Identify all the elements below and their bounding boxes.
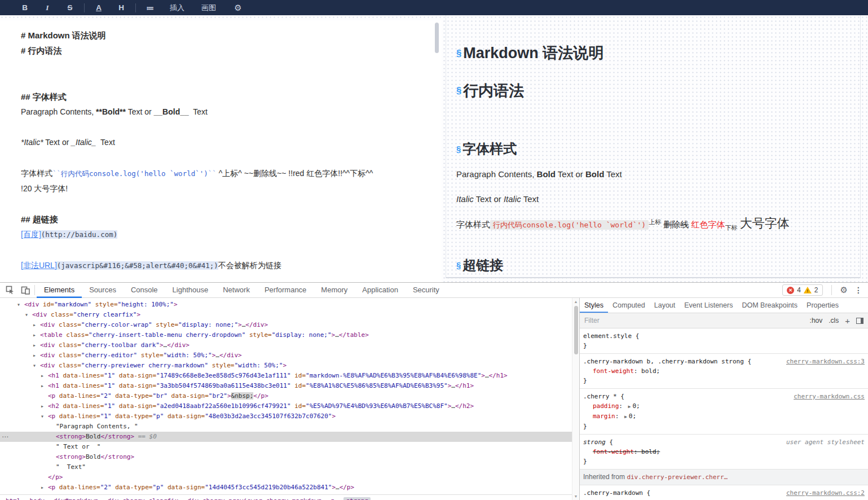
expand-arrow-icon[interactable]: ▾ [33, 361, 40, 371]
element-classes-toggle[interactable]: .cls [829, 317, 839, 324]
tree-row[interactable]: <strong>Bold</strong> [0, 452, 579, 462]
draw-menu-button[interactable]: 画图 [193, 3, 224, 13]
tree-row[interactable]: ⋯<strong>Bold</strong> == $0 [0, 432, 579, 442]
tab-application[interactable]: Application [355, 283, 406, 298]
breadcrumb-item[interactable]: p [331, 497, 335, 500]
pseudo-state-toggle[interactable]: :hov [810, 317, 823, 324]
expand-arrow-icon[interactable]: ▸ [41, 381, 48, 391]
tree-row[interactable]: ▸<div class="cherry-color-wrap" style="d… [0, 320, 579, 330]
tree-row[interactable]: ▸<table class="cherry-insert-table-menu … [0, 330, 579, 340]
stylesheet-link[interactable]: user agent stylesheet [782, 437, 865, 447]
styles-tab-dom-breakpoints[interactable]: DOM Breakpoints [737, 298, 802, 313]
tab-console[interactable]: Console [124, 283, 165, 298]
breadcrumb-item[interactable]: html [6, 497, 21, 500]
css-property[interactable]: word-break: break-all; [583, 498, 865, 500]
breadcrumb-item[interactable]: div.cherry.clearfix [107, 497, 178, 500]
styles-filter-input[interactable] [584, 317, 804, 324]
styles-tab-computed[interactable]: Computed [608, 298, 650, 313]
tree-row[interactable]: <p data-lines="2" data-type="br" data-si… [0, 391, 579, 401]
tree-row[interactable]: " Text" [0, 462, 579, 472]
breadcrumb-item[interactable]: div.cherry-previewer.cherry-markdown [187, 497, 321, 500]
css-property[interactable]: margin: ▶0; [583, 411, 865, 422]
tab-security[interactable]: Security [406, 283, 447, 298]
stylesheet-link[interactable]: cherry-markdown.css [789, 392, 865, 401]
styles-tab-properties[interactable]: Properties [802, 298, 843, 313]
inherited-node-link[interactable]: div.cherry-previewer.cherr… [627, 473, 728, 481]
console-status-badge[interactable]: ✕ 4 ! 2 [782, 284, 822, 296]
tree-row[interactable]: ▾<p data-lines="1" data-type="p" data-si… [0, 411, 579, 422]
list-icon[interactable]: ≔ [139, 3, 161, 12]
expand-arrow-icon[interactable]: ▾ [41, 411, 48, 422]
css-property[interactable]: font-weight: bold; [583, 366, 865, 376]
tree-row[interactable]: ▾<div class="cherry-previewer cherry-mar… [0, 361, 579, 371]
editor-content[interactable]: # Markdown 语法说明# 行内语法## 字体样式Paragraph Co… [0, 20, 442, 273]
expand-arrow-icon[interactable]: ▾ [25, 310, 32, 320]
tree-row[interactable]: ▸<div class="cherry-editor" style="width… [0, 350, 579, 361]
scroll-up-icon[interactable]: ▲ [574, 300, 578, 304]
heading-anchor-link[interactable]: § [456, 261, 461, 270]
tree-row[interactable]: ▸<h1 data-lines="1" data-sign="17489c668… [0, 371, 579, 381]
tree-row[interactable]: ▸<div class="cherry-toolbar dark">…</div… [0, 340, 579, 350]
expand-arrow-icon[interactable]: ▸ [33, 330, 40, 340]
expand-arrow-icon[interactable]: ▸ [41, 401, 48, 411]
editor-scrollbar-thumb[interactable] [435, 23, 439, 53]
styles-tab-styles[interactable]: Styles [580, 298, 608, 313]
more-icon[interactable]: ⋯ [2, 432, 8, 442]
tab-elements[interactable]: Elements [37, 283, 82, 298]
italic-icon[interactable]: I [36, 3, 59, 12]
devtools-more-menu-icon[interactable]: ⋮ [854, 286, 862, 295]
tree-row[interactable]: ▸<h1 data-lines="1" data-sign="3a3bb504f… [0, 381, 579, 391]
breadcrumb-item[interactable]: div#markdown [54, 497, 98, 500]
new-style-rule-button[interactable]: + [845, 316, 850, 326]
rule-selector[interactable]: strong [583, 437, 606, 447]
scroll-down-icon[interactable]: ▼ [574, 494, 578, 498]
expand-arrow-icon[interactable]: ▸ [33, 350, 40, 361]
device-toolbar-icon[interactable] [17, 283, 33, 297]
heading-icon[interactable]: H [110, 3, 133, 12]
heading-anchor-link[interactable]: § [456, 48, 461, 59]
tab-memory[interactable]: Memory [314, 283, 355, 298]
rule-selector[interactable]: .cherry-markdown [583, 488, 643, 498]
scrollbar-thumb[interactable] [574, 306, 578, 354]
tree-row[interactable]: "Paragraph Contents, " [0, 422, 579, 432]
elements-scrollbar[interactable]: ▲ ▼ [572, 298, 579, 500]
stylesheet-link[interactable]: cherry-markdown.css:3 [782, 357, 865, 366]
styles-tab-event-listeners[interactable]: Event Listeners [680, 298, 737, 313]
tree-row[interactable]: ▸<p data-lines="2" data-type="p" data-si… [0, 483, 579, 493]
underline-icon[interactable]: A [87, 3, 110, 12]
styles-tab-layout[interactable]: Layout [650, 298, 680, 313]
expand-arrow-icon[interactable]: ▸ [33, 340, 40, 350]
stylesheet-link[interactable]: cherry-markdown.css:2 [782, 488, 865, 498]
css-property[interactable]: font-weight: bold; [583, 447, 865, 457]
tree-row[interactable]: " Text or " [0, 442, 579, 452]
expand-arrow-icon[interactable]: ▸ [41, 371, 48, 381]
settings-icon[interactable]: ⚙ [224, 3, 252, 13]
tree-row[interactable]: ▾<div class="cherry clearfix"> [0, 310, 579, 320]
sidebar-toggle-icon[interactable] [856, 318, 863, 324]
tab-sources[interactable]: Sources [82, 283, 124, 298]
expand-arrow-icon[interactable]: ▸ [33, 320, 40, 330]
tab-performance[interactable]: Performance [257, 283, 314, 298]
markdown-editor[interactable]: # Markdown 语法说明# 行内语法## 字体样式Paragraph Co… [0, 20, 442, 282]
bold-icon[interactable]: B [14, 3, 36, 12]
breadcrumb-item[interactable]: strong [343, 497, 371, 500]
tree-row[interactable]: </p> [0, 472, 579, 483]
strikethrough-icon[interactable]: S [59, 3, 81, 12]
tree-row[interactable]: ▾<div id="markdown" style="height: 100%;… [0, 300, 579, 310]
shorthand-arrow-icon[interactable]: ▶ [624, 414, 627, 419]
expand-arrow-icon[interactable]: ▸ [41, 483, 48, 493]
insert-menu-button[interactable]: 插入 [161, 3, 193, 13]
css-property[interactable]: padding: ▶0; [583, 401, 865, 411]
shorthand-arrow-icon[interactable]: ▶ [628, 404, 631, 409]
heading-anchor-link[interactable]: § [456, 85, 461, 96]
heading-anchor-link[interactable]: § [456, 144, 461, 153]
inspect-element-icon[interactable] [2, 283, 17, 297]
expand-arrow-icon[interactable]: ▾ [17, 300, 24, 310]
tab-lighthouse[interactable]: Lighthouse [165, 283, 216, 298]
rule-selector[interactable]: .cherry * [583, 392, 617, 401]
tree-row[interactable]: ▸<h2 data-lines="1" data-sign="a2ed0418a… [0, 401, 579, 411]
tab-network[interactable]: Network [215, 283, 257, 298]
breadcrumb-item[interactable]: body [30, 497, 45, 500]
rule-selector[interactable]: .cherry-markdown b, .cherry-markdown str… [583, 357, 744, 366]
devtools-settings-icon[interactable]: ⚙ [840, 285, 848, 295]
